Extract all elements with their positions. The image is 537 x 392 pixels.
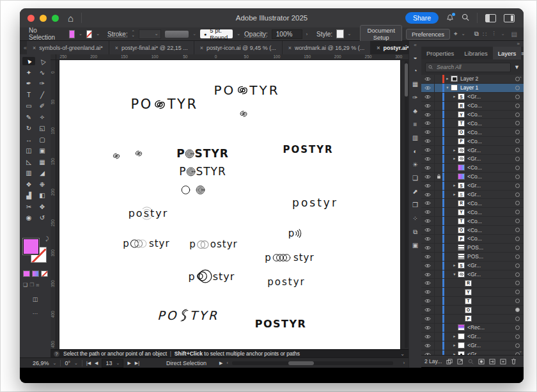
wordmark-lens[interactable]: pstyr bbox=[189, 269, 235, 283]
visibility-eye-icon[interactable] bbox=[421, 75, 435, 83]
layer-object-row[interactable]: O<Co... bbox=[421, 128, 524, 137]
visibility-eye-icon[interactable] bbox=[421, 173, 435, 181]
mesh-tool[interactable]: ▦ bbox=[36, 158, 49, 166]
target-circle-icon[interactable] bbox=[515, 308, 520, 312]
visibility-eye-icon[interactable] bbox=[421, 146, 435, 154]
close-tab-icon[interactable]: × bbox=[33, 45, 36, 51]
rotate-view-tool[interactable]: ↺ bbox=[36, 214, 49, 222]
target-circle-icon[interactable] bbox=[515, 325, 520, 330]
stroke-panel-icon[interactable]: ≡ bbox=[414, 118, 417, 131]
screen-mode-icon[interactable]: ◫ bbox=[20, 296, 51, 302]
swatches-panel-icon[interactable]: ▦ bbox=[412, 77, 418, 91]
layer-row[interactable]: ▸Layer 2 bbox=[421, 75, 524, 84]
target-circle-icon[interactable] bbox=[515, 184, 520, 188]
layer-object-row[interactable]: P<Co... bbox=[421, 235, 524, 244]
shaper-tool[interactable]: ✧ bbox=[36, 113, 49, 122]
ruler-origin-corner[interactable] bbox=[51, 54, 56, 60]
layer-object-row[interactable]: <Co... bbox=[421, 173, 524, 182]
document-tab[interactable]: ×symbols-of-greenland.ai* bbox=[27, 41, 109, 54]
layer-thumbnail[interactable] bbox=[458, 271, 465, 278]
search-icon[interactable] bbox=[462, 13, 469, 22]
target-circle-icon[interactable] bbox=[515, 299, 520, 303]
layer-object-row[interactable]: ▸S<Gr... bbox=[421, 191, 524, 200]
color-button[interactable] bbox=[23, 270, 30, 277]
collapse-panels-icon[interactable]: » bbox=[421, 41, 524, 47]
target-circle-icon[interactable] bbox=[515, 255, 520, 259]
layer-name[interactable]: <Gr... bbox=[467, 191, 513, 198]
chevron-down-icon[interactable]: ⌄ bbox=[237, 31, 240, 36]
layer-name[interactable]: <Gr... bbox=[467, 155, 513, 162]
close-window-button[interactable] bbox=[27, 15, 35, 22]
wordmark-lower-arc-s[interactable]: postyr bbox=[128, 207, 169, 219]
next-artboard-button[interactable]: ▶ bbox=[127, 361, 130, 366]
target-circle-icon[interactable] bbox=[515, 263, 520, 268]
pen-tool[interactable]: ✒ bbox=[22, 79, 35, 88]
target-circle-icon[interactable] bbox=[515, 192, 520, 197]
layer-thumbnail[interactable] bbox=[458, 147, 465, 153]
layer-object-row[interactable]: ▸<Gr... bbox=[421, 350, 524, 355]
layer-name[interactable]: <Gr... bbox=[467, 262, 513, 269]
chevron-down-icon[interactable]: ⌄ bbox=[96, 31, 100, 36]
blend-tool[interactable]: ❖ bbox=[22, 180, 35, 189]
make-mask-icon[interactable] bbox=[478, 359, 485, 365]
current-tool-indicator[interactable]: Direct Selection bbox=[166, 360, 206, 366]
layer-object-row[interactable]: P bbox=[421, 315, 524, 324]
layer-object-row[interactable]: O bbox=[421, 306, 524, 315]
layer-thumbnail[interactable] bbox=[458, 253, 465, 260]
layer-object-row[interactable]: Y<Co... bbox=[421, 111, 524, 120]
layer-name[interactable]: POS... bbox=[467, 253, 513, 260]
artboard-tool[interactable]: ◧ bbox=[36, 191, 49, 200]
artboard-number-dropdown[interactable]: 13⌄ bbox=[102, 359, 123, 368]
target-circle-icon[interactable] bbox=[515, 290, 520, 294]
target-circle-icon[interactable] bbox=[515, 95, 520, 99]
layer-name[interactable]: <Co... bbox=[467, 129, 513, 136]
layer-thumbnail[interactable]: T bbox=[458, 120, 465, 127]
none-button[interactable] bbox=[41, 270, 48, 277]
layer-thumbnail[interactable] bbox=[458, 155, 465, 162]
notifications-bell-icon[interactable] bbox=[446, 14, 454, 22]
collapse-arrow-icon[interactable]: ▾ bbox=[444, 85, 451, 90]
expand-arrow-icon[interactable]: ▸ bbox=[451, 94, 458, 99]
layer-thumbnail[interactable]: R bbox=[458, 102, 465, 109]
visibility-eye-icon[interactable] bbox=[421, 93, 435, 101]
visibility-eye-icon[interactable] bbox=[421, 341, 435, 350]
scrollbar-thumb[interactable] bbox=[405, 63, 408, 97]
wordmark-rings-chain[interactable]: pstyr bbox=[265, 252, 314, 263]
target-circle-icon[interactable] bbox=[515, 175, 520, 179]
expand-arrow-icon[interactable]: ▸ bbox=[451, 183, 458, 188]
layer-name[interactable]: <Co... bbox=[467, 120, 513, 127]
expand-arrow-icon[interactable]: ▸ bbox=[444, 76, 451, 81]
direct-selection-tool[interactable]: △ bbox=[36, 57, 49, 65]
visibility-eye-icon[interactable] bbox=[421, 306, 435, 314]
visibility-eye-icon[interactable] bbox=[421, 182, 435, 190]
layer-object-row[interactable]: R<Co... bbox=[421, 199, 524, 208]
layer-object-row[interactable]: ▸<Gr... bbox=[421, 333, 524, 341]
layer-thumbnail[interactable] bbox=[458, 342, 465, 349]
expand-arrow-icon[interactable]: ▸ bbox=[451, 192, 458, 197]
visibility-eye-icon[interactable] bbox=[421, 191, 435, 199]
visibility-eye-icon[interactable] bbox=[421, 84, 435, 92]
fill-indicator[interactable] bbox=[23, 239, 39, 255]
target-circle-icon[interactable] bbox=[515, 228, 520, 232]
prev-artboard-button[interactable]: ◀ bbox=[95, 361, 98, 366]
target-circle-icon[interactable] bbox=[515, 317, 520, 321]
expand-arrow-icon[interactable]: ▸ bbox=[451, 148, 458, 153]
grid-view-icon[interactable]: ▤ bbox=[511, 31, 517, 38]
target-circle-icon[interactable] bbox=[515, 86, 520, 90]
visibility-eye-icon[interactable] bbox=[421, 208, 435, 216]
layer-object-row[interactable]: ▸S<Gr... bbox=[421, 182, 524, 191]
stroke-color-swatch[interactable] bbox=[86, 30, 92, 38]
layer-object-row[interactable]: ▸S<Gr... bbox=[421, 93, 524, 102]
visibility-eye-icon[interactable] bbox=[421, 199, 435, 207]
search-input[interactable] bbox=[435, 63, 508, 71]
wordmark-target-bold[interactable]: PSTYR bbox=[176, 147, 229, 160]
layer-name[interactable]: <Co... bbox=[467, 209, 513, 216]
layer-name[interactable]: POS... bbox=[467, 244, 513, 251]
opacity-label[interactable]: Opacity: bbox=[244, 31, 268, 38]
home-icon[interactable]: ⌂ bbox=[68, 13, 74, 23]
scroll-down-icon[interactable]: ⌄ bbox=[518, 349, 522, 354]
layer-object-row[interactable]: R bbox=[421, 279, 524, 288]
document-tab[interactable]: ×postyr-icon.ai @ 9,45 % (... bbox=[194, 41, 283, 54]
preferences-button[interactable]: Preferences bbox=[406, 29, 450, 40]
chevron-down-icon[interactable]: ⌄ bbox=[79, 31, 82, 36]
